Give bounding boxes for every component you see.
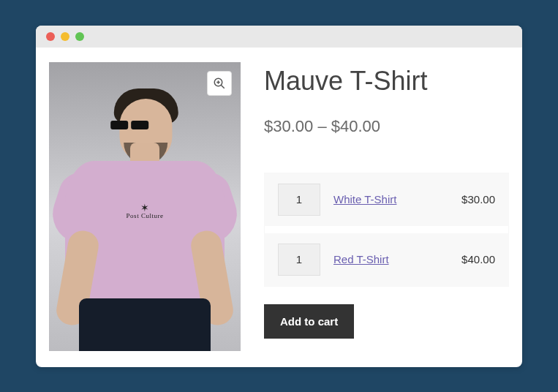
product-page: ✶ Post Culture Mauve T-Shirt $30.00 – $4…	[36, 48, 522, 367]
quantity-input[interactable]	[278, 244, 320, 276]
bundle-item-link[interactable]: White T-Shirt	[333, 193, 448, 206]
browser-window: ✶ Post Culture Mauve T-Shirt $30.00 – $4…	[36, 26, 522, 367]
bundle-row: White T-Shirt $30.00	[265, 173, 508, 226]
browser-titlebar	[36, 26, 522, 48]
product-title: Mauve T-Shirt	[264, 65, 509, 97]
bundle-item-price: $40.00	[461, 253, 495, 265]
bundle-item-link[interactable]: Red T-Shirt	[333, 253, 448, 265]
window-maximize-icon[interactable]	[75, 32, 84, 41]
svg-line-1	[221, 85, 225, 88]
zoom-button[interactable]	[207, 71, 232, 96]
window-close-icon[interactable]	[46, 32, 55, 41]
bundle-item-price: $30.00	[461, 193, 495, 206]
bundle-table: White T-Shirt $30.00 Red T-Shirt $40.00	[264, 173, 509, 287]
quantity-input[interactable]	[278, 184, 320, 216]
price-range: $30.00 – $40.00	[264, 117, 509, 136]
magnify-plus-icon	[213, 77, 226, 90]
product-info: Mauve T-Shirt $30.00 – $40.00 White T-Sh…	[264, 62, 509, 351]
add-to-cart-button[interactable]: Add to cart	[264, 304, 354, 339]
bundle-row: Red T-Shirt $40.00	[265, 233, 508, 286]
product-image[interactable]: ✶ Post Culture	[49, 62, 241, 351]
window-minimize-icon[interactable]	[61, 32, 69, 41]
tshirt-print: ✶ Post Culture	[127, 205, 164, 219]
